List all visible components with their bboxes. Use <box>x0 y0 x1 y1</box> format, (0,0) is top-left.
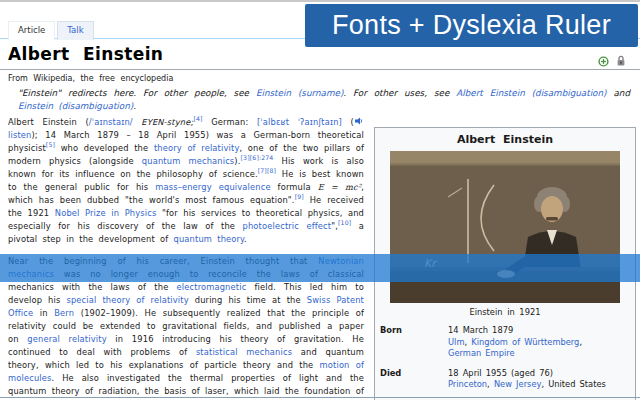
top-strip <box>0 0 640 2</box>
text-span: 14 March 1879 <box>448 325 513 335</box>
wikipedia-page: Article Talk Fonts + Dyslexia Ruler Albe… <box>0 0 640 400</box>
dyslexia-ruler[interactable] <box>0 254 640 282</box>
text-span: . <box>133 101 136 111</box>
bottom-edge <box>0 397 640 398</box>
text-span: , <box>487 379 494 389</box>
reference-link[interactable]: [5] <box>46 141 55 148</box>
text-span: 18 April 1955 (aged 76) <box>448 368 553 378</box>
reference-link[interactable]: [4] <box>193 115 202 122</box>
wiki-link[interactable]: special theory of relativity <box>66 295 188 305</box>
wiki-link[interactable]: general relativity <box>27 334 106 344</box>
reference-link[interactable]: [7][8] <box>258 167 276 174</box>
wiki-link[interactable]: [ˈalbɛʁt ˈʔaɪnʃtaɪn] <box>257 117 342 127</box>
reference-marker: [5] <box>46 141 55 148</box>
wiki-link[interactable]: theory of relativity <box>154 143 240 153</box>
text-span: , <box>579 337 582 347</box>
infobox-value: 14 March 1879Ulm, Kingdom of Württemberg… <box>446 323 631 366</box>
text-span: and <box>607 88 630 98</box>
wiki-link[interactable]: statistical mechanics <box>196 347 292 357</box>
math-formula: E = mc² <box>318 182 362 192</box>
text-span: formula <box>271 182 318 192</box>
wiki-link[interactable]: photoelectric effect <box>243 221 332 231</box>
hatnote: "Einstein" redirects here. For other peo… <box>18 87 630 113</box>
infobox-value-line: 14 March 1879 <box>448 325 631 337</box>
text-span: ( <box>342 117 354 127</box>
text-span: "Einstein" redirects here. For other peo… <box>18 88 256 98</box>
wiki-link[interactable]: Princeton <box>448 379 487 389</box>
wiki-link[interactable]: Bern <box>54 308 74 318</box>
wiki-link[interactable]: Ulm <box>448 337 464 347</box>
infobox-value: 18 April 1955 (aged 76)Princeton, New Je… <box>446 366 631 397</box>
photo-caption: Einstein in 1921 <box>379 307 631 317</box>
speaker-icon[interactable] <box>355 116 363 129</box>
text-span: during his time at the <box>189 295 307 305</box>
infobox-label: Died <box>379 366 446 397</box>
text-span: ", <box>331 221 338 231</box>
good-article-icon[interactable] <box>598 56 609 67</box>
wiki-link[interactable]: quantum theory <box>174 234 244 244</box>
padlock-icon[interactable] <box>616 55 626 67</box>
infobox-value-line: Ulm, Kingdom of Württemberg, <box>448 337 631 349</box>
reference-marker: [7][8] <box>258 167 276 174</box>
reference-marker: [4] <box>193 115 202 122</box>
reference-link[interactable]: [3][6]:274 <box>241 154 274 161</box>
site-tagline: From Wikipedia, the free encyclopedia <box>8 74 173 83</box>
wiki-link[interactable]: Einstein (surname) <box>256 88 343 98</box>
text-span: in <box>33 308 54 318</box>
reference-marker: [3][6]:274 <box>241 154 274 161</box>
infobox-row: Born14 March 1879Ulm, Kingdom of Württem… <box>379 323 631 366</box>
reference-link[interactable]: [10] <box>338 219 351 226</box>
infobox-row: Died18 April 1955 (aged 76)Princeton, Ne… <box>379 366 631 397</box>
respelling-text: EYEN-styne; <box>133 117 194 127</box>
infobox-title: Albert Einstein <box>379 133 631 146</box>
wiki-link[interactable]: Nobel Prize in Physics <box>55 208 157 218</box>
infobox-value-line: 18 April 1955 (aged 76) <box>448 368 631 380</box>
wiki-link[interactable]: German Empire <box>448 348 515 358</box>
reference-link[interactable]: [9] <box>295 193 304 200</box>
text-span: . He also investigated the thermal prope… <box>8 373 364 400</box>
wiki-link[interactable]: mass–energy equivalence <box>155 182 270 192</box>
wiki-link[interactable]: Einstein (disambiguation) <box>18 101 133 111</box>
infobox-value-line: German Empire <box>448 348 631 360</box>
title-rule <box>0 69 640 70</box>
tab-talk[interactable]: Talk <box>57 21 93 40</box>
wiki-link[interactable]: Albert Einstein (disambiguation) <box>456 88 606 98</box>
infobox-value-line: Princeton, New Jersey, United States <box>448 379 631 391</box>
wiki-link[interactable]: New Jersey <box>494 379 542 389</box>
infobox-label: Born <box>379 323 446 366</box>
wiki-link[interactable]: Kingdom of Württemberg <box>471 337 579 347</box>
text-span: . For other uses, see <box>343 88 456 98</box>
wiki-link[interactable]: listen <box>8 130 31 140</box>
text-span: . <box>244 234 247 244</box>
tab-article[interactable]: Article <box>8 21 55 40</box>
wiki-link[interactable]: /ˈaɪnstaɪn/ <box>89 117 133 127</box>
text-span: , United States <box>541 379 605 389</box>
reference-marker: [10] <box>338 219 351 226</box>
extension-banner: Fonts + Dyslexia Ruler <box>305 4 638 47</box>
text-span: who developed the <box>55 143 154 153</box>
title-icons <box>598 55 626 67</box>
page-tabs: Article Talk <box>8 21 94 40</box>
wiki-link[interactable]: electromagnetic <box>177 282 247 292</box>
page-title: Albert Einstein <box>8 44 163 64</box>
reference-marker: [9] <box>295 193 304 200</box>
wiki-link[interactable]: quantum mechanics <box>142 156 234 166</box>
infobox-table: Born14 March 1879Ulm, Kingdom of Württem… <box>379 323 631 400</box>
text-span: German: <box>203 117 257 127</box>
text-span: Albert Einstein ( <box>8 117 89 127</box>
